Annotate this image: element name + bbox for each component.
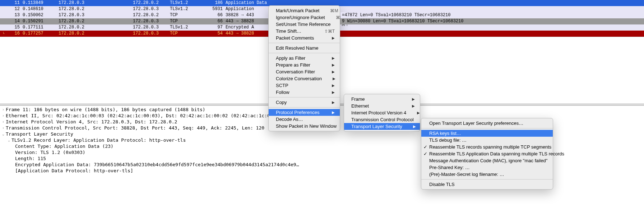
packet-col-proto: TCP bbox=[170, 12, 208, 18]
submenu-arrow-icon: ▶ bbox=[332, 100, 335, 104]
tree-label: TLSv1.2 Record Layer: Application Data P… bbox=[11, 137, 186, 143]
packet-col-no: 12 bbox=[3, 6, 23, 12]
submenu-arrow-icon: ▶ bbox=[332, 110, 335, 114]
packet-col-src: 172.28.0.2 bbox=[59, 18, 133, 24]
packet-info-continued: 9 Win=30080 Len=0 TSval=10683210 TSecr=1… bbox=[340, 18, 466, 24]
expand-icon[interactable]: › bbox=[1, 125, 6, 131]
submenu-arrow-icon: ▶ bbox=[332, 36, 335, 40]
submenu-rsa-keys-list[interactable]: RSA keys list… bbox=[421, 130, 553, 137]
menu-copy[interactable]: Copy▶ bbox=[269, 99, 340, 106]
packet-col-dst: 172.28.0.2 bbox=[133, 12, 170, 18]
packet-col-src: 172.28.0.2 bbox=[59, 6, 133, 12]
menu-show-packet-new-window[interactable]: Show Packet in New Window bbox=[269, 123, 340, 130]
shortcut-label: ⇧⌘T bbox=[324, 29, 335, 34]
menu-separator bbox=[421, 128, 553, 128]
packet-col-proto: TLSv1.2 bbox=[170, 24, 208, 31]
packet-col-src: 172.28.0.3 bbox=[59, 12, 133, 18]
packet-col-dst: 172.28.0.3 bbox=[133, 24, 170, 31]
submenu-tls[interactable]: Transport Layer Security▶ bbox=[344, 123, 420, 130]
submenu-reassemble-appdata[interactable]: ✓Reassemble TLS Application Data spannin… bbox=[421, 150, 553, 157]
packet-col-dst: 172.28.0.3 bbox=[133, 31, 170, 37]
menu-ignore-packet[interactable]: Ignore/Unignore Packet⌘D bbox=[269, 14, 340, 21]
packet-col-time: 0.177111 bbox=[23, 24, 59, 31]
tree-label: [Application Data Protocol: http-over-tl… bbox=[15, 168, 133, 174]
menu-conversation-filter[interactable]: Conversation Filter▶ bbox=[269, 68, 340, 75]
packet-col-dst: 172.28.0.3 bbox=[133, 18, 170, 24]
tree-label: Transport Layer Security bbox=[6, 131, 73, 137]
packet-col-time: 0.150291 bbox=[23, 18, 59, 24]
packet-col-time: 0.113849 bbox=[23, 0, 59, 6]
submenu-arrow-icon: ▶ bbox=[412, 97, 415, 101]
packet-col-no: 15 bbox=[3, 24, 23, 31]
check-icon: ✓ bbox=[423, 151, 427, 156]
submenu-tls-debug-file[interactable]: TLS debug file: … bbox=[421, 137, 553, 144]
menu-time-shift[interactable]: Time Shift…⇧⌘T bbox=[269, 28, 340, 35]
packet-info-continued: =47872 Len=0 TSval=10683210 TSecr=106832… bbox=[340, 12, 453, 18]
packet-col-time: 0.148610 bbox=[23, 6, 59, 12]
submenu-tcp[interactable]: Transmission Control Protocol▶ bbox=[344, 116, 420, 123]
submenu-arrow-icon: ▶ bbox=[413, 124, 416, 128]
expand-icon[interactable]: › bbox=[1, 113, 6, 119]
menu-separator bbox=[269, 107, 340, 108]
packet-col-src: 172.28.0.3 bbox=[59, 0, 133, 6]
submenu-arrow-icon: ▶ bbox=[332, 90, 335, 94]
expand-icon[interactable]: › bbox=[1, 106, 6, 113]
menu-separator bbox=[269, 97, 340, 97]
menu-packet-comments[interactable]: Packet Comments▶ bbox=[269, 35, 340, 41]
menu-follow[interactable]: Follow▶ bbox=[269, 89, 340, 96]
packet-col-proto: TLSv1.2 bbox=[170, 6, 208, 12]
packet-col-len: 54 bbox=[208, 31, 226, 37]
menu-protocol-preferences[interactable]: Protocol Preferences▶ bbox=[269, 109, 340, 116]
packet-col-len: 66 bbox=[208, 12, 226, 18]
packet-col-no: 14 bbox=[3, 18, 23, 24]
submenu-arrow-icon: ▶ bbox=[332, 83, 335, 87]
tls-preferences-submenu[interactable]: Open Transport Layer Security preference… bbox=[421, 118, 553, 190]
submenu-premaster[interactable]: (Pre)-Master-Secret log filename: … bbox=[421, 171, 553, 178]
packet-col-proto: TCP bbox=[170, 18, 208, 24]
collapse-icon[interactable]: ⌄ bbox=[1, 131, 6, 137]
tree-label: Frame 11: 186 bytes on wire (1488 bits),… bbox=[6, 106, 205, 113]
packet-col-time: 0.150062 bbox=[23, 12, 59, 18]
submenu-reassemble-records[interactable]: ✓Reassemble TLS records spanning multipl… bbox=[421, 144, 553, 150]
tree-label: Transmission Control Protocol, Src Port:… bbox=[6, 125, 264, 131]
menu-separator bbox=[269, 43, 340, 43]
expand-icon[interactable]: › bbox=[1, 119, 6, 125]
shortcut-label: ⌘M bbox=[330, 8, 338, 13]
packet-col-dst: 172.28.0.2 bbox=[133, 0, 170, 6]
menu-apply-as-filter[interactable]: Apply as Filter▶ bbox=[269, 55, 340, 62]
packet-end-marker: └ bbox=[3, 32, 4, 36]
menu-mark-packet[interactable]: Mark/Unmark Packet⌘M bbox=[269, 7, 340, 14]
submenu-mac-ignore[interactable]: Message Authentication Code (MAC), ignor… bbox=[421, 157, 553, 164]
submenu-arrow-icon: ▶ bbox=[412, 104, 415, 108]
packet-col-proto: TCP bbox=[170, 31, 208, 37]
submenu-arrow-icon: ▶ bbox=[333, 77, 335, 81]
submenu-psk[interactable]: Pre-Shared Key: … bbox=[421, 164, 553, 171]
tree-label: Length: 115 bbox=[15, 155, 46, 162]
packet-col-src: 172.28.0.2 bbox=[59, 24, 133, 31]
packet-col-len: 186 bbox=[208, 0, 226, 6]
menu-prepare-as-filter[interactable]: Prepare as Filter▶ bbox=[269, 62, 340, 68]
check-icon: ✓ bbox=[423, 144, 427, 150]
menu-time-reference[interactable]: Set/Unset Time Reference⌘T bbox=[269, 21, 340, 28]
packet-col-dst: 172.28.0.3 bbox=[133, 6, 170, 12]
submenu-ethernet[interactable]: Ethernet▶ bbox=[344, 103, 420, 109]
menu-decode-as[interactable]: Decode As… bbox=[269, 116, 340, 123]
packet-col-len: 66 bbox=[208, 18, 226, 24]
submenu-arrow-icon: ▶ bbox=[332, 70, 335, 74]
menu-edit-resolved-name[interactable]: Edit Resolved Name bbox=[269, 45, 340, 51]
protocol-preferences-submenu[interactable]: Frame▶ Ethernet▶ Internet Protocol Versi… bbox=[344, 94, 420, 132]
collapse-icon[interactable]: ⌄ bbox=[6, 137, 11, 143]
submenu-open-tls-prefs[interactable]: Open Transport Layer Security preference… bbox=[421, 120, 553, 127]
context-menu[interactable]: Mark/Unmark Packet⌘M Ignore/Unignore Pac… bbox=[268, 5, 340, 131]
tree-label: Content Type: Application Data (23) bbox=[15, 143, 113, 149]
menu-sctp[interactable]: SCTP▶ bbox=[269, 82, 340, 89]
submenu-arrow-icon: ▶ bbox=[332, 56, 335, 60]
submenu-ipv4[interactable]: Internet Protocol Version 4▶ bbox=[344, 109, 420, 116]
menu-colorize-conversation[interactable]: Colorize Conversation▶ bbox=[269, 75, 340, 82]
packet-col-proto: TLSv1.2 bbox=[170, 0, 208, 6]
submenu-frame[interactable]: Frame▶ bbox=[344, 96, 420, 103]
submenu-disable-tls[interactable]: Disable TLS bbox=[421, 181, 553, 188]
submenu-arrow-icon: ▶ bbox=[332, 63, 335, 67]
packet-col-len: 97 bbox=[208, 24, 226, 31]
tree-label: Internet Protocol Version 4, Src: 172.28… bbox=[6, 119, 177, 125]
